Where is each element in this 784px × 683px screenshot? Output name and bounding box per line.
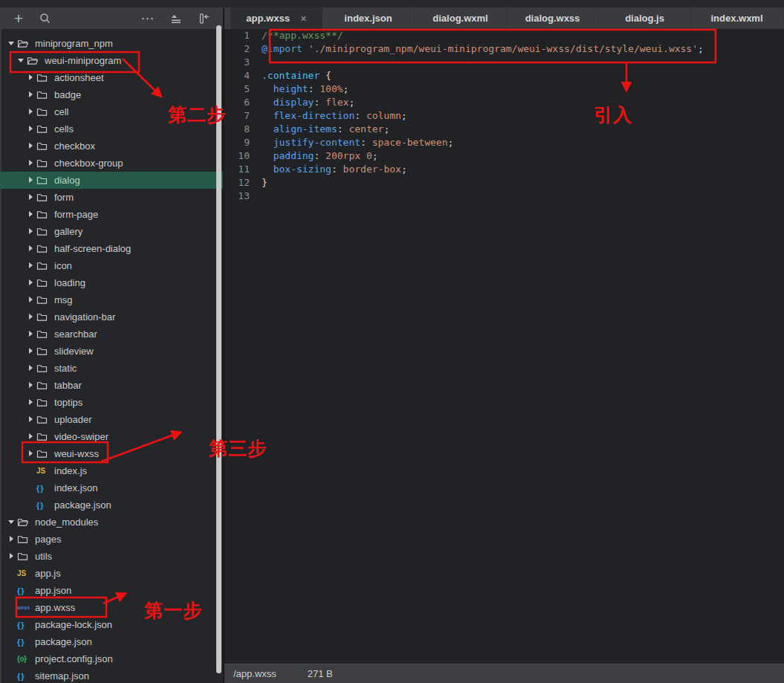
window-top-strip	[0, 0, 784, 7]
chevron-right-icon[interactable]	[25, 257, 36, 274]
tree-folder-video-swiper[interactable]: video-swiper	[0, 428, 223, 445]
chevron-right-icon[interactable]	[25, 343, 36, 360]
chevron-right-icon[interactable]	[25, 155, 36, 172]
tree-item-label: badge	[54, 89, 81, 100]
chevron-right-icon[interactable]	[25, 172, 36, 189]
code-line-10: 10 padding: 200rpx 0;	[224, 149, 784, 163]
tab-label: dialog.js	[625, 13, 664, 24]
tree-folder-dialog[interactable]: dialog	[0, 172, 223, 189]
more-options-icon[interactable]: ⋯	[138, 10, 158, 27]
tab-dialog.wxml[interactable]: dialog.wxml	[415, 7, 507, 29]
tree-file-app.wxss[interactable]: wxssapp.wxss	[0, 599, 223, 616]
chevron-right-icon[interactable]	[25, 360, 36, 377]
chevron-right-icon[interactable]	[25, 274, 36, 291]
tree-folder-checkbox-group[interactable]: checkbox-group	[0, 155, 223, 172]
tree-scrollbar[interactable]	[216, 25, 221, 673]
tree-file-package.json[interactable]: { }package.json	[0, 496, 223, 514]
tree-folder-utils[interactable]: utils	[0, 548, 223, 565]
tree-folder-navigation-bar[interactable]: navigation-bar	[0, 308, 223, 326]
tree-folder-gallery[interactable]: gallery	[0, 223, 223, 240]
chevron-right-icon[interactable]	[25, 120, 36, 137]
tree-file-sitemap.json[interactable]: { }sitemap.json	[0, 667, 223, 683]
tree-folder-static[interactable]: static	[0, 360, 223, 377]
tree-folder-weui-miniprogram[interactable]: weui-miniprogram	[0, 52, 223, 69]
chevron-down-icon[interactable]	[6, 35, 17, 52]
tab-index.json[interactable]: index.json	[323, 7, 415, 29]
chevron-down-icon[interactable]	[6, 514, 17, 531]
tree-file-package.json[interactable]: { }package.json	[0, 633, 223, 650]
code-lines[interactable]: 1/**app.wxss**/2@import './miniprogram_n…	[224, 29, 784, 203]
chevron-right-icon[interactable]	[25, 69, 36, 86]
chevron-down-icon[interactable]	[16, 52, 27, 69]
chevron-right-icon[interactable]	[25, 308, 36, 326]
tree-file-index.json[interactable]: { }index.json	[0, 479, 223, 496]
chevron-right-icon[interactable]	[25, 86, 36, 103]
chevron-right-icon[interactable]	[25, 428, 36, 445]
tree-folder-cell[interactable]: cell	[0, 103, 223, 120]
js-file-icon: JS	[36, 467, 51, 475]
tree-folder-form-page[interactable]: form-page	[0, 206, 223, 223]
line-number: 12	[224, 176, 260, 190]
tree-file-index.js[interactable]: JSindex.js	[0, 462, 223, 479]
hide-sidebar-icon[interactable]	[195, 10, 214, 27]
tree-folder-slideview[interactable]: slideview	[0, 343, 223, 360]
tree-folder-icon[interactable]: icon	[0, 257, 223, 274]
code-line-11: 11 box-sizing: border-box;	[224, 163, 784, 176]
tree-folder-searchbar[interactable]: searchbar	[0, 326, 223, 343]
folder-icon	[36, 158, 51, 168]
tree-file-app.json[interactable]: { }app.json	[0, 582, 223, 599]
tree-item-label: dialog	[54, 175, 80, 186]
tab-dialog.js[interactable]: dialog.js	[599, 7, 691, 29]
wxss-file-icon: wxss	[17, 605, 32, 610]
tree-item-label: toptips	[54, 397, 82, 408]
tree-folder-toptips[interactable]: toptips	[0, 394, 223, 411]
tree-file-project.config.json[interactable]: {o}project.config.json	[0, 650, 223, 667]
tree-folder-half-screen-dialog[interactable]: half-screen-dialog	[0, 240, 223, 257]
chevron-right-icon[interactable]	[25, 223, 36, 240]
tree-folder-cells[interactable]: cells	[0, 120, 223, 137]
chevron-right-icon[interactable]	[25, 206, 36, 223]
tree-item-label: static	[54, 363, 77, 374]
tree-folder-badge[interactable]: badge	[0, 86, 223, 103]
chevron-right-icon[interactable]	[25, 240, 36, 257]
tree-folder-msg[interactable]: msg	[0, 291, 223, 308]
tree-file-package-lock.json[interactable]: { }package-lock.json	[0, 616, 223, 633]
new-file-icon[interactable]: +	[9, 10, 28, 27]
chevron-right-icon[interactable]	[25, 445, 36, 462]
close-icon[interactable]: ×	[300, 12, 307, 25]
chevron-right-icon[interactable]	[25, 189, 36, 206]
chevron-right-icon[interactable]	[25, 394, 36, 411]
json-file-icon: { }	[36, 484, 51, 493]
chevron-right-icon[interactable]	[6, 548, 17, 565]
tree-folder-loading[interactable]: loading	[0, 274, 223, 291]
code-line-7: 7 flex-direction: column;	[224, 109, 784, 123]
tab-index.wxml[interactable]: index.wxml	[691, 7, 783, 29]
folder-icon	[36, 141, 51, 151]
chevron-right-icon[interactable]	[25, 411, 36, 428]
code-text	[260, 56, 262, 69]
tree-item-label: checkbox	[54, 140, 95, 152]
tree-folder-uploader[interactable]: uploader	[0, 411, 223, 428]
search-icon[interactable]	[36, 10, 55, 27]
tree-folder-node_modules[interactable]: node_modules	[0, 514, 223, 531]
tree-folder-weui-wxss[interactable]: weui-wxss	[0, 445, 223, 462]
chevron-right-icon[interactable]	[6, 531, 17, 548]
chevron-right-icon[interactable]	[25, 377, 36, 394]
tree-item-label: cell	[54, 106, 69, 117]
chevron-right-icon[interactable]	[25, 326, 36, 343]
tree-folder-miniprogram_npm[interactable]: miniprogram_npm	[0, 35, 223, 52]
chevron-right-icon[interactable]	[25, 103, 36, 120]
tree-folder-pages[interactable]: pages	[0, 531, 223, 548]
tree-folder-actionsheet[interactable]: actionsheet	[0, 69, 223, 86]
arrow-spacer	[6, 599, 17, 616]
chevron-right-icon[interactable]	[25, 137, 36, 155]
tree-file-app.js[interactable]: JSapp.js	[0, 565, 223, 582]
collapse-all-icon[interactable]	[166, 10, 186, 27]
tree-folder-form[interactable]: form	[0, 189, 223, 206]
code-text: display: flex;	[260, 96, 354, 109]
chevron-right-icon[interactable]	[25, 291, 36, 308]
tab-dialog.wxss[interactable]: dialog.wxss	[507, 7, 599, 29]
tree-folder-tabbar[interactable]: tabbar	[0, 377, 223, 394]
tree-folder-checkbox[interactable]: checkbox	[0, 137, 223, 155]
tab-app.wxss[interactable]: app.wxss×	[230, 7, 323, 29]
